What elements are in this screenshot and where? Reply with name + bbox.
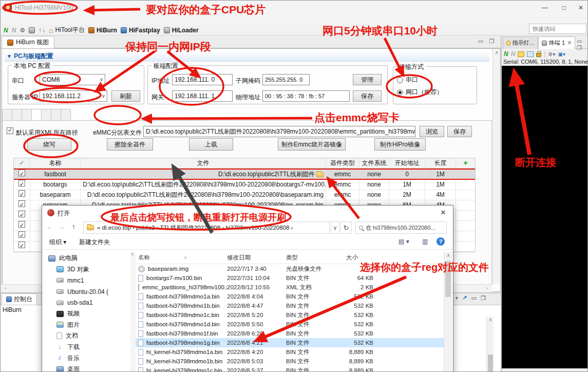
col-date[interactable]: 修改日期 [227,254,286,262]
file-row[interactable]: fastboot-hi3798mdmo1b.bin 2022/8/8 4:47 … [136,301,444,310]
terminal-tab[interactable]: 终端 1 ✕ [538,36,575,49]
scroll-up-icon[interactable]: ∧ [487,317,494,324]
refresh-icon[interactable]: ↻ [340,221,352,234]
make-hipro-image-button[interactable]: 制作HiPro镜像 [374,138,426,151]
partition-row[interactable]: baseparam D:\dl.ecoo.top\public2\TTL线刷固件… [14,190,475,200]
console-scrollbar[interactable]: ∧ [486,317,494,372]
search-input[interactable]: 在 hi3798mv100-2022080... [355,221,447,234]
col-file[interactable]: 文件 [81,158,326,168]
disconnect-icon[interactable]: N [12,27,16,34]
file-row[interactable]: hi_kernel-hi3798mdmo1b.bin 2022/8/8 5:03… [136,357,444,366]
burn-tab[interactable] [12,109,22,121]
scroll-up-icon[interactable]: ∧ [445,252,452,259]
terminal-disconnect-icon[interactable]: N [511,50,516,58]
burn-tab[interactable] [61,109,71,121]
browse-button[interactable]: 浏览 [420,126,444,137]
up-icon[interactable]: ↑ [72,222,75,231]
scroll-left-icon[interactable]: ‹ [2,285,9,292]
new-terminal-dropdown-icon[interactable]: ▣▾ [558,51,565,57]
row-checkbox[interactable] [18,190,25,197]
organize-button[interactable]: 组织 ▾ [49,238,66,247]
col-type[interactable]: 类型 [286,254,337,262]
sidebar-item[interactable]: 视频 [45,308,129,320]
partition-file-path-field[interactable]: D:\dl.ecoo.top\public2\TTL线刷固件20220808\h… [143,126,415,137]
sidebar-item[interactable]: 桌面 [45,364,129,372]
burn-button[interactable]: 烧写 [27,138,71,151]
file-row[interactable]: fastboot-hi3798mdmo1f.bin 2022/8/8 6:20 … [136,329,444,338]
hiburn-view-tab[interactable]: HiBurn 视图 [2,36,54,48]
make-emmc-image-button[interactable]: 制作Emmc烧片器镜像 [278,138,346,151]
hitool-platform-button[interactable]: ⌂HiTool平台 [49,26,85,34]
row-checkbox[interactable] [18,241,25,248]
for ward-icon[interactable]: → [58,222,65,231]
server-ip-select[interactable]: 192.168.111.2 [40,90,107,102]
col-start[interactable]: 开始地址 [389,158,425,168]
dialog-close-icon[interactable]: ✕ [438,208,449,217]
minimize-button[interactable]: — [537,3,553,13]
file-row[interactable]: fastboot-hi3798mdmo1g.bin 2022/8/8 4:21 … [136,338,444,347]
scroll-lock-icon[interactable] [536,53,541,57]
sidebar-item[interactable]: 下载 [45,342,129,353]
editor-vertical-scrollbar[interactable]: ∧ [492,49,500,284]
row-checkbox[interactable] [18,211,25,217]
breadcrumb-dropdown-icon[interactable]: ∨ [331,221,339,234]
file-row[interactable]: emmc_partitions_hi3798mv100.xml 2022/8/1… [136,283,444,292]
col-device[interactable]: 器件类型 [326,158,359,168]
scroll-right-icon[interactable]: › [483,285,490,292]
file-row[interactable]: fastboot-hi3798mdmo1c.bin 2022/8/8 5:20 … [136,310,444,320]
burn-tab[interactable] [2,109,12,121]
sidebar-item[interactable]: 3D 对象 [45,264,129,275]
preview-pane-icon[interactable]: ▥ [422,238,428,245]
hiburn-button[interactable]: HiBurn [88,27,117,34]
row-checkbox[interactable] [18,180,25,187]
file-row[interactable]: hi_kernel-hi3798mdmo1a.bin 2022/8/8 4:20… [136,347,444,357]
close-button[interactable]: ✕ [573,3,588,13]
tab-close-icon[interactable]: ✕ [567,40,572,46]
sidebar-item[interactable]: mmc1 [45,275,129,286]
maximize-button[interactable]: □ [556,3,572,13]
back-icon[interactable]: ← [46,222,53,231]
burn-tab[interactable] [51,109,61,121]
sidebar-item[interactable]: 此电脑 [45,253,129,264]
indicator-tab[interactable]: 指示灯... [503,36,538,49]
burn-tab[interactable] [32,109,42,121]
view-minimize-maximize-icons[interactable]: ▭ ❐ [478,38,496,45]
console-minimize-icon[interactable]: ▭ [471,295,477,302]
console-tab[interactable]: 控制台 [2,293,37,305]
help-icon[interactable]: ? [437,237,445,246]
terminal-connect-icon[interactable]: N [504,50,508,58]
burn-tab[interactable] [22,109,32,121]
partition-row[interactable]: fastboot D:\dl.ecoo.top\public2\TTL线刷固件 … [14,169,475,180]
col-length[interactable]: 长度 [425,158,456,168]
row-checkbox[interactable] [18,231,25,238]
check-all-icon[interactable]: ✓ [14,158,30,168]
erase-all-button[interactable]: 擦除全器件 [107,138,153,151]
col-name[interactable]: 名称 [30,158,81,168]
quick-access-box[interactable]: 快速访问 [529,24,586,34]
file-row[interactable]: bootargs7-mv100.bin 2022/7/31 10:04 BIN … [136,273,444,283]
subnet-mask-field[interactable]: 255.255.255. 0 [262,74,310,85]
scroll-up-icon[interactable]: ∧ [131,252,134,256]
add-partition-icon[interactable]: + [456,158,475,168]
sidebar-item[interactable]: usb-sda1 [45,297,129,308]
hifastplay-button[interactable]: HiFastplay [121,27,160,34]
sidebar-item[interactable]: Ubuntu-20.04 ( [45,286,129,297]
serial-radio[interactable]: 串口 [397,76,418,84]
row-checkbox[interactable] [18,200,25,207]
transfer-icon[interactable] [29,27,35,33]
console-dropdown-icon[interactable]: ▾ [456,295,458,301]
settings-icon[interactable]: ⚙ [20,27,25,34]
scroll-up-icon[interactable]: ∧ [493,49,500,57]
terminal-screen[interactable] [502,66,588,368]
file-row[interactable]: fastboot-hi3798mdmo1d.bin 2022/8/8 5:50 … [136,320,444,329]
updown-transfer-icon[interactable]: ↑↓ [39,27,45,34]
save-xml-button[interactable]: 保存 [447,126,472,137]
mac-address-field[interactable]: 00 : 95 : 38 : 78 : fb : 57 [262,90,350,102]
col-fs[interactable]: 文件系统 [359,158,389,168]
new-folder-button[interactable]: 新建文件夹 [79,238,110,247]
sidebar-item[interactable]: 文档 [45,330,129,342]
pc-board-config-section[interactable]: ▼PC与板端配置 [5,51,489,62]
console-export-icon[interactable]: ↗ [462,294,467,302]
console-maximize-icon[interactable]: ❐ [481,295,486,302]
sidebar-item[interactable]: 音乐 [45,352,129,364]
